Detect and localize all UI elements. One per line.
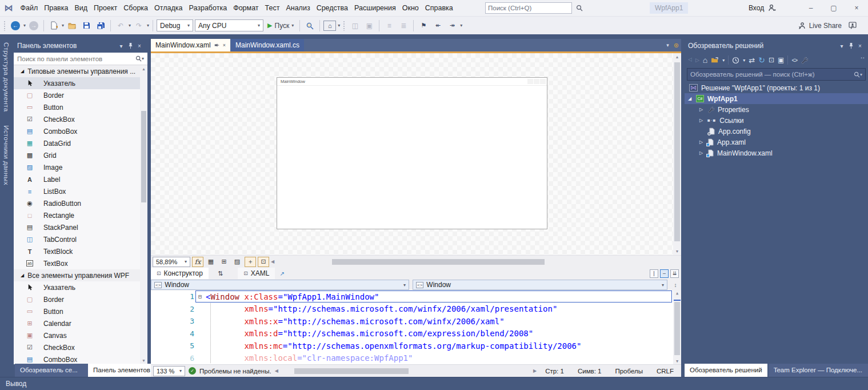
undo-dropdown[interactable]: ▾ bbox=[129, 23, 131, 28]
scrollbar-thumb[interactable] bbox=[141, 111, 146, 202]
maximize-button[interactable]: ▢ bbox=[822, 0, 845, 16]
scroll-left-icon[interactable]: ◀ bbox=[275, 368, 278, 373]
chevron-down-icon[interactable]: ▾ bbox=[860, 72, 862, 77]
pin-icon[interactable] bbox=[846, 43, 855, 49]
chevron-down-icon[interactable]: ▾ bbox=[142, 56, 144, 61]
team-explorer-tab[interactable]: Team Explorer — Подключе... bbox=[769, 364, 868, 377]
tree-item-project-wpfapp1[interactable]: ◢ C# WpfApp1 bbox=[685, 93, 868, 104]
toolbox-header[interactable]: Панель элементов ▾ × bbox=[14, 39, 147, 53]
document-outline-tab[interactable]: Структура документа bbox=[3, 34, 10, 117]
expander-icon[interactable]: ▷ bbox=[698, 140, 704, 145]
hot-reload-dropdown[interactable]: ▾ bbox=[338, 23, 340, 28]
scroll-right-icon[interactable]: ▶ bbox=[533, 368, 537, 373]
nest-files-icon[interactable]: ⊡ bbox=[769, 56, 774, 64]
vertical-split-button[interactable]: | bbox=[650, 269, 658, 278]
scroll-up-icon[interactable]: ▲ bbox=[673, 291, 681, 296]
toolbox-item-canvas[interactable]: ▣Canvas bbox=[14, 329, 147, 341]
toolbox-item-checkbox[interactable]: ☑CheckBox bbox=[14, 113, 147, 125]
toolbox-item-tabcontrol[interactable]: ◫TabControl bbox=[14, 233, 147, 245]
menu-window[interactable]: Окно bbox=[399, 0, 422, 16]
chevron-down-icon[interactable]: ▾ bbox=[117, 43, 126, 49]
toolbar-grip[interactable] bbox=[3, 21, 6, 31]
show-all-files-icon[interactable]: <> bbox=[791, 57, 797, 63]
expander-icon[interactable]: ▷ bbox=[698, 118, 704, 123]
swap-panes-button[interactable]: ⇅ bbox=[218, 270, 223, 277]
output-tab[interactable]: Вывод bbox=[6, 380, 26, 388]
overflow-icon[interactable]: ‥ bbox=[861, 53, 865, 60]
fold-minus-icon[interactable]: ⊟ bbox=[194, 293, 206, 300]
toggle-artboard-background-button[interactable]: ▨ bbox=[231, 257, 243, 267]
toolbox-item-checkbox[interactable]: ☑CheckBox bbox=[14, 341, 147, 353]
refresh-icon[interactable]: ↻ bbox=[758, 55, 765, 65]
sign-in-button[interactable]: Вход bbox=[749, 0, 776, 16]
tree-item-mainwindow-xaml[interactable]: ▷ MainWindow.xaml bbox=[685, 148, 868, 158]
collapse-all-icon[interactable]: ▣ bbox=[778, 56, 784, 64]
pin-icon[interactable] bbox=[214, 42, 219, 48]
sync-with-active-document-icon[interactable]: ⇄ bbox=[749, 56, 755, 65]
xaml-view-tab[interactable]: ⊡ XAML bbox=[238, 268, 275, 279]
scroll-up-icon[interactable]: ▲ bbox=[673, 53, 681, 61]
scroll-left-icon[interactable]: ◀ bbox=[271, 259, 274, 264]
expander-icon[interactable]: ◢ bbox=[687, 96, 693, 101]
chevron-down-icon[interactable]: ▾ bbox=[743, 58, 745, 63]
toolbox-item-pointer[interactable]: Указатель bbox=[14, 77, 147, 89]
close-icon[interactable]: × bbox=[223, 42, 226, 48]
menu-debug[interactable]: Отладка bbox=[151, 0, 186, 16]
expander-icon[interactable]: ▷ bbox=[698, 107, 704, 112]
chevron-down-icon[interactable]: ▾ bbox=[837, 43, 846, 49]
open-file-button[interactable] bbox=[66, 19, 78, 32]
navigate-forward-button[interactable]: → bbox=[27, 19, 40, 32]
toolbox-scrollbar[interactable]: ▲ ▼ bbox=[140, 65, 147, 364]
start-debugging-button[interactable]: ▶ Пуск ▾ bbox=[265, 19, 296, 32]
new-dropdown[interactable]: ▾ bbox=[62, 23, 64, 28]
popout-xaml-button[interactable]: ↗ bbox=[279, 270, 284, 277]
designer-horizontal-scrollbar[interactable] bbox=[277, 258, 678, 266]
scrollbar-thumb[interactable] bbox=[332, 259, 545, 265]
menu-tools[interactable]: Средства bbox=[313, 0, 351, 16]
toolbar-grip[interactable] bbox=[343, 21, 346, 31]
increase-indent-button[interactable]: ≣ bbox=[397, 19, 410, 32]
designer-element-combo[interactable]: <> Window ▾ bbox=[151, 280, 409, 290]
solution-explorer-tab[interactable]: Обозреватель решений bbox=[685, 364, 767, 377]
xaml-code-editor[interactable]: 1 ⊟ <Window x:Class="WpfApp1.MainWindow"… bbox=[151, 290, 681, 364]
live-share-button[interactable]: Live Share bbox=[798, 19, 842, 32]
scrollbar-thumb[interactable] bbox=[674, 62, 680, 241]
gear-icon[interactable]: ⊛ bbox=[674, 42, 679, 49]
menu-project[interactable]: Проект bbox=[91, 0, 121, 16]
tree-item-app-xaml[interactable]: ▷ App.xaml bbox=[685, 137, 868, 148]
close-button[interactable]: × bbox=[845, 0, 868, 16]
toolbox-item-pointer[interactable]: Указатель bbox=[14, 281, 147, 293]
tab-mainwindow-xaml-cs[interactable]: MainWindow.xaml.cs bbox=[231, 39, 304, 51]
active-files-dropdown[interactable]: ▾ bbox=[666, 42, 669, 48]
toolbox-item-rectangle[interactable]: □Rectangle bbox=[14, 209, 147, 221]
scrollbar-thumb[interactable] bbox=[294, 368, 409, 374]
toolbox-item-textblock[interactable]: TTextBlock bbox=[14, 245, 147, 257]
health-indicator-icon[interactable]: ✓ bbox=[189, 367, 196, 375]
scroll-down-icon[interactable]: ▼ bbox=[673, 248, 681, 255]
toolbox-item-stackpanel[interactable]: ▤StackPanel bbox=[14, 221, 147, 233]
menu-build[interactable]: Сборка bbox=[121, 0, 151, 16]
home-icon[interactable]: ⌂ bbox=[703, 55, 707, 65]
horizontal-split-button[interactable]: – bbox=[660, 269, 669, 278]
toolbox-group-common[interactable]: ◢ Типовые элементы управления ... bbox=[14, 65, 147, 77]
editor-zoom-combo[interactable]: 133 % ▾ bbox=[153, 366, 185, 376]
toolbox-item-datagrid[interactable]: ▦DataGrid bbox=[14, 137, 147, 149]
disable-project-code-button[interactable]: ⊡ bbox=[258, 257, 269, 267]
new-project-button[interactable] bbox=[47, 19, 60, 32]
solution-search-input[interactable] bbox=[690, 71, 854, 78]
toolbox-item-grid[interactable]: ▩Grid bbox=[14, 149, 147, 161]
designer-zoom-combo[interactable]: 58,89% ▾ bbox=[153, 257, 190, 267]
solution-search[interactable]: ▾ bbox=[687, 68, 866, 81]
menu-file[interactable]: Файл bbox=[17, 0, 41, 16]
menu-test[interactable]: Тест bbox=[262, 0, 283, 16]
pin-icon[interactable] bbox=[126, 43, 135, 49]
menu-format[interactable]: Формат bbox=[230, 0, 262, 16]
toolbox-item-radiobutton[interactable]: ◉RadioButton bbox=[14, 197, 147, 209]
solution-configuration-combo[interactable]: Debug ▾ bbox=[157, 19, 193, 31]
xaml-element-combo[interactable]: <> Window ▾ bbox=[413, 280, 667, 290]
back-dropdown[interactable]: ▾ bbox=[23, 23, 26, 28]
solution-explorer-header[interactable]: Обозреватель решений ▾ × bbox=[685, 39, 868, 53]
quick-launch-input[interactable] bbox=[488, 5, 576, 11]
save-button[interactable] bbox=[80, 19, 93, 32]
toolbox-item-label[interactable]: ALabel bbox=[14, 173, 147, 185]
